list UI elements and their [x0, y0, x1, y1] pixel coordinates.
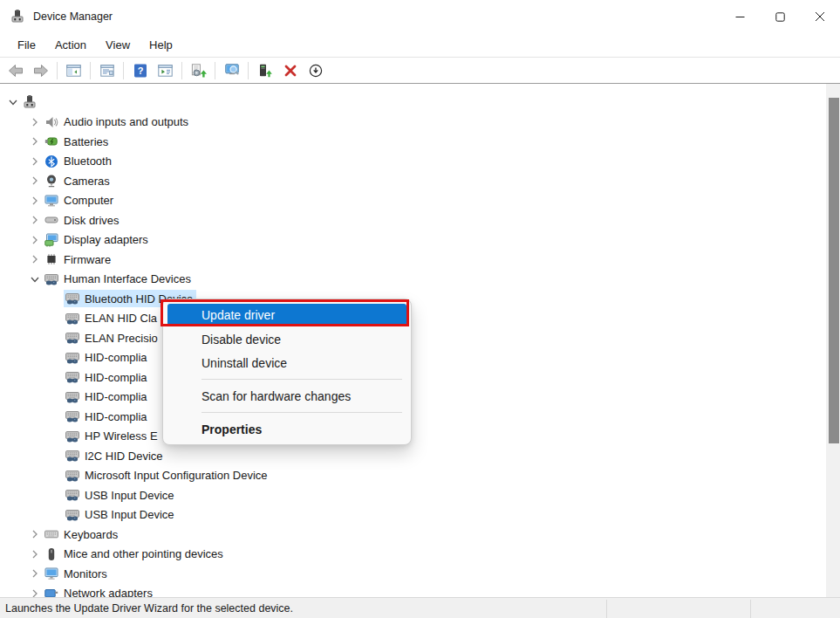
tree-item-content[interactable]: I2C HID Device	[64, 447, 167, 464]
tree-item-hid-complia[interactable]: HID-complia	[0, 367, 826, 388]
update-driver-button[interactable]	[252, 59, 277, 82]
chevron-right-icon[interactable]	[27, 566, 43, 580]
maximize-button[interactable]	[760, 0, 800, 33]
keyboard-icon	[44, 527, 59, 541]
tree-item-audio-inputs-and-outputs[interactable]: Audio inputs and outputs	[0, 113, 826, 133]
chevron-right-icon[interactable]	[27, 115, 43, 129]
tree-item-keyboards[interactable]: Keyboards	[0, 525, 826, 545]
tree-item-content[interactable]: Cameras	[43, 172, 113, 189]
tree-item-content[interactable]: Network adapters	[43, 585, 156, 597]
toolbar-separator	[123, 62, 124, 79]
tree-item-hp-wireless-e[interactable]: HP Wireless E	[0, 427, 826, 447]
vertical-scrollbar[interactable]	[826, 84, 840, 597]
tree-item-content[interactable]: USB Input Device	[64, 506, 178, 524]
tree-item-usb-input-device[interactable]: USB Input Device	[0, 505, 826, 525]
tree-item-microsoft-input-configuration-device[interactable]: Microsoft Input Configuration Device	[0, 466, 826, 486]
forward-button[interactable]	[28, 59, 53, 82]
update-driver-software-button[interactable]	[186, 59, 211, 82]
chevron-right-icon[interactable]	[27, 154, 43, 168]
tree-item-cameras[interactable]: Cameras	[0, 171, 826, 191]
menubar-item-action[interactable]: Action	[45, 34, 96, 56]
tree-item-firmware[interactable]: Firmware	[0, 250, 826, 270]
tree-item-content[interactable]: ELAN Precisio	[64, 329, 161, 347]
tree-item-content[interactable]: Bluetooth	[43, 153, 115, 170]
back-button[interactable]	[3, 59, 28, 82]
tree-item-root[interactable]	[0, 93, 826, 113]
tree-item-hid-complia[interactable]: HID-complia	[0, 407, 826, 427]
chevron-right-icon[interactable]	[27, 134, 43, 148]
tree-item-bluetooth[interactable]: Bluetooth	[0, 152, 826, 172]
tree-item-label: ELAN Precisio	[85, 332, 158, 345]
tree-item-content[interactable]: Audio inputs and outputs	[43, 113, 192, 131]
chevron-right-icon[interactable]	[27, 174, 43, 188]
chevron-right-icon[interactable]	[27, 213, 43, 227]
tree-item-hid-complia[interactable]: HID-complia	[0, 348, 826, 368]
tree-item-content[interactable]	[21, 93, 45, 111]
tree-item-mice-and-other-pointing-devices[interactable]: Mice and other pointing devices	[0, 545, 826, 565]
chevron-right-icon[interactable]	[27, 547, 43, 561]
disable-device-button[interactable]	[303, 59, 328, 82]
tree-item-display-adapters[interactable]: Display adapters	[0, 230, 826, 251]
tree-item-content[interactable]: Batteries	[43, 133, 112, 150]
firmware-icon	[44, 252, 59, 266]
tree-item-hid-complia[interactable]: HID-complia	[0, 388, 826, 408]
chevron-right-icon[interactable]	[27, 233, 43, 247]
tree-item-disk-drives[interactable]: Disk drives	[0, 210, 826, 230]
tree-item-content[interactable]: HP Wireless E	[64, 428, 161, 445]
tree-item-bluetooth-hid-device[interactable]: Bluetooth HID Device	[0, 289, 826, 309]
uninstall-device-button[interactable]	[277, 59, 303, 82]
tree-item-content[interactable]: HID-complia	[64, 408, 151, 425]
tree-item-i2c-hid-device[interactable]: I2C HID Device	[0, 446, 826, 466]
chevron-right-icon[interactable]	[27, 587, 43, 597]
tree-item-content[interactable]: Monitors	[43, 565, 111, 582]
menubar-item-view[interactable]: View	[96, 34, 140, 56]
minimize-button[interactable]	[720, 0, 760, 33]
tree-item-batteries[interactable]: Batteries	[0, 132, 826, 152]
tree-item-content[interactable]: Microsoft Input Configuration Device	[64, 467, 271, 484]
update-driver-doc-icon	[189, 63, 208, 78]
help-button[interactable]: ?	[127, 59, 153, 82]
tree-item-content[interactable]: HID-complia	[64, 388, 151, 406]
tree-item-label: USB Input Device	[85, 489, 174, 502]
chevron-right-icon[interactable]	[27, 252, 43, 266]
tree-item-usb-input-device[interactable]: USB Input Device	[0, 485, 826, 505]
tree-item-content[interactable]: USB Input Device	[64, 486, 178, 504]
arrow-left-icon	[6, 63, 25, 78]
tree-item-content[interactable]: HID-complia	[64, 368, 151, 386]
tree-item-content[interactable]: Human Interface Devices	[43, 271, 195, 288]
tree-item-content[interactable]: Display adapters	[43, 231, 152, 249]
disk-drive-icon	[44, 213, 59, 227]
tree-item-computer[interactable]: Computer	[0, 191, 826, 211]
tree-item-content[interactable]: Computer	[43, 192, 117, 209]
close-button[interactable]	[800, 0, 840, 33]
tree-item-elan-precisio[interactable]: ELAN Precisio	[0, 328, 826, 348]
tree-item-network-adapters[interactable]: Network adapters	[0, 584, 826, 598]
tree-item-label: Disk drives	[64, 214, 120, 227]
scrollbar-thumb[interactable]	[829, 98, 839, 443]
menubar-item-file[interactable]: File	[8, 34, 45, 56]
tree-item-content[interactable]: Disk drives	[43, 211, 123, 229]
chevron-right-icon[interactable]	[27, 527, 43, 541]
context-menu-item-properties[interactable]: Properties	[163, 417, 411, 441]
tree-item-human-interface-devices[interactable]: Human Interface Devices	[0, 270, 826, 290]
context-menu-item-scan-for-hardware-changes[interactable]: Scan for hardware changes	[163, 384, 411, 408]
show-console-tree-button[interactable]	[61, 59, 86, 82]
context-menu-item-update-driver[interactable]: Update driver	[167, 304, 406, 326]
tree-item-content[interactable]: Mice and other pointing devices	[43, 546, 227, 563]
properties-button[interactable]	[94, 59, 120, 82]
context-menu-item-disable-device[interactable]: Disable device	[163, 327, 411, 351]
tree-item-content[interactable]: ELAN HID Cla	[64, 310, 160, 327]
scan-for-hardware-changes-button[interactable]	[219, 59, 244, 82]
tree-item-content[interactable]: HID-complia	[64, 349, 151, 367]
context-menu-item-uninstall-device[interactable]: Uninstall device	[163, 351, 411, 374]
tree-item-monitors[interactable]: Monitors	[0, 564, 826, 584]
chevron-down-icon[interactable]	[5, 95, 21, 109]
menubar-item-help[interactable]: Help	[140, 34, 182, 56]
tree-item-elan-hid-cla[interactable]: ELAN HID Cla	[0, 309, 826, 329]
chevron-right-icon[interactable]	[27, 194, 43, 208]
tree-item-content[interactable]: Keyboards	[43, 525, 121, 543]
bluetooth-icon	[44, 154, 59, 168]
chevron-down-icon[interactable]	[27, 272, 43, 286]
show-action-pane-button[interactable]	[153, 59, 178, 82]
tree-item-content[interactable]: Firmware	[43, 251, 114, 268]
